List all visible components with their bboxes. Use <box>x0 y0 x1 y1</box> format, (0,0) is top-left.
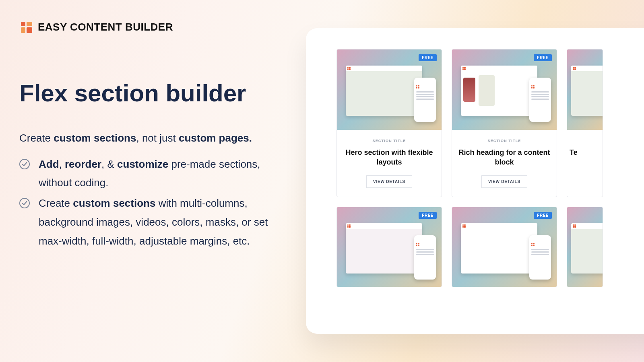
section-card[interactable]: FREE SECTION TITLE Rich heading for a co… <box>452 49 557 197</box>
section-label: SECTION TITLE <box>343 139 436 143</box>
hero-copy: Flex section builder Create custom secti… <box>19 80 281 251</box>
card-title: Te <box>570 148 603 157</box>
section-card[interactable]: . Te <box>567 49 603 197</box>
feature-bullet: Add, reorder, & customize pre-made secti… <box>19 155 281 193</box>
view-details-button[interactable]: VIEW DETAILS <box>481 175 527 188</box>
card-thumbnail: FREE <box>452 49 557 130</box>
card-thumbnail <box>567 49 603 130</box>
logo-icon <box>21 22 32 33</box>
page-title: Flex section builder <box>19 80 281 106</box>
check-icon <box>19 159 30 169</box>
card-thumbnail <box>567 207 603 287</box>
card-thumbnail: FREE <box>337 207 442 287</box>
section-card[interactable]: FREE <box>452 207 557 287</box>
section-card[interactable] <box>567 207 603 287</box>
view-details-button[interactable]: VIEW DETAILS <box>366 175 412 188</box>
bullet-text: Create custom sections with multi-column… <box>39 194 281 250</box>
lead-sentence: Create custom sections, not just custom … <box>19 131 281 146</box>
card-thumbnail: FREE <box>337 49 442 130</box>
card-thumbnail: FREE <box>452 207 557 287</box>
free-badge: FREE <box>534 54 552 61</box>
free-badge: FREE <box>534 212 552 219</box>
card-title: Rich heading for a content block <box>458 148 551 167</box>
free-badge: FREE <box>419 212 437 219</box>
section-card[interactable]: FREE <box>336 207 442 287</box>
brand-logo: EASY CONTENT BUILDER <box>21 21 173 33</box>
free-badge: FREE <box>419 54 437 61</box>
check-icon <box>19 198 30 208</box>
cards-row-bottom: FREE FREE <box>336 207 644 287</box>
section-label: SECTION TITLE <box>458 139 551 143</box>
card-title: Hero section with flexible layouts <box>343 148 436 167</box>
showcase-panel: FREE SECTION TITLE Hero section with fle… <box>306 28 644 334</box>
bullet-text: Add, reorder, & customize pre-made secti… <box>39 155 281 193</box>
section-card[interactable]: FREE SECTION TITLE Hero section with fle… <box>336 49 442 197</box>
brand-name: EASY CONTENT BUILDER <box>38 21 173 33</box>
feature-bullet: Create custom sections with multi-column… <box>19 194 281 250</box>
cards-row-top: FREE SECTION TITLE Hero section with fle… <box>336 49 644 197</box>
